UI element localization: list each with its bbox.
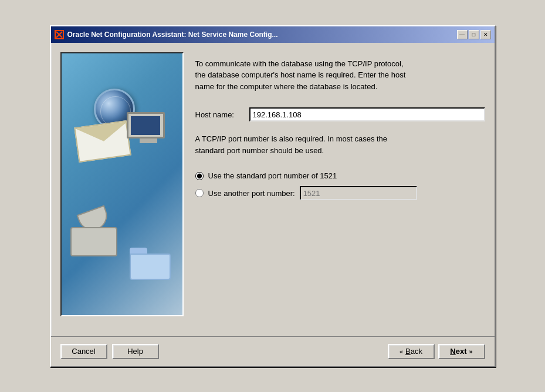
title-bar-left: Oracle Net Configuration Assistant: Net … — [55, 30, 278, 39]
host-name-row: Host name: — [195, 107, 485, 121]
illustration-panel — [60, 52, 184, 316]
envelope-illustration — [74, 120, 131, 163]
main-window: Oracle Net Configuration Assistant: Net … — [50, 25, 496, 367]
content-area: To communicate with the database using t… — [51, 43, 495, 336]
next-label: Next — [450, 347, 466, 356]
folder-illustration — [130, 248, 171, 280]
port-description: A TCP/IP port number is also required. I… — [195, 133, 485, 156]
bottom-bar: Cancel Help « Back Next » — [51, 336, 495, 366]
maximize-button[interactable]: □ — [469, 30, 479, 39]
custom-port-label: Use another port number: — [208, 189, 295, 198]
back-label: Back — [405, 347, 422, 356]
custom-port-input[interactable] — [300, 186, 417, 200]
keyboard-illustration — [70, 227, 117, 256]
close-button[interactable]: ✕ — [480, 30, 491, 39]
minimize-button[interactable]: — — [457, 30, 468, 39]
left-buttons: Cancel Help — [60, 344, 159, 359]
custom-port-radio[interactable] — [195, 189, 204, 197]
window-body: To communicate with the database using t… — [51, 43, 495, 366]
computer-illustration — [127, 112, 171, 153]
standard-port-label: Use the standard port number of 1521 — [208, 171, 337, 180]
standard-port-row: Use the standard port number of 1521 — [195, 171, 485, 180]
host-input[interactable] — [249, 107, 485, 121]
illustration — [62, 53, 182, 315]
window-title: Oracle Net Configuration Assistant: Net … — [67, 31, 278, 39]
app-icon — [55, 30, 64, 39]
cancel-button[interactable]: Cancel — [60, 344, 107, 359]
description-text: To communicate with the database using t… — [195, 58, 485, 93]
title-bar: Oracle Net Configuration Assistant: Net … — [51, 26, 495, 43]
title-bar-buttons: — □ ✕ — [457, 30, 491, 39]
right-panel: To communicate with the database using t… — [195, 52, 485, 327]
right-buttons: « Back Next » — [388, 344, 485, 359]
help-button[interactable]: Help — [112, 344, 159, 359]
next-arrow: » — [469, 348, 473, 355]
back-button[interactable]: « Back — [388, 344, 435, 359]
port-radio-group: Use the standard port number of 1521 Use… — [195, 171, 485, 200]
host-label: Host name: — [195, 110, 242, 119]
back-arrow: « — [400, 348, 403, 355]
custom-port-row: Use another port number: — [195, 186, 485, 200]
standard-port-radio[interactable] — [195, 172, 204, 180]
next-button[interactable]: Next » — [438, 344, 485, 359]
